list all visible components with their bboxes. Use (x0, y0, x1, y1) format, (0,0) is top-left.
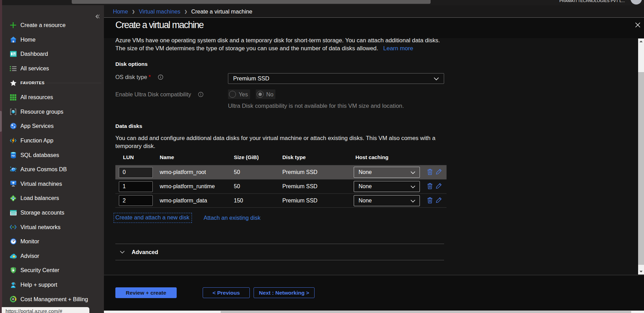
breadcrumb-virtual-machines[interactable]: Virtual machines (139, 8, 180, 15)
next-networking-button[interactable]: Next : Networking > (254, 287, 315, 298)
radio-label: Yes (239, 91, 248, 98)
scroll-down-icon[interactable] (638, 269, 644, 275)
lun-cell (115, 195, 160, 206)
sidebar-item-label: Security Center (20, 267, 59, 273)
disk-type-cell: Premium SSD (282, 183, 354, 190)
previous-button[interactable]: < Previous (203, 287, 250, 298)
home-icon (10, 36, 17, 43)
top-bar: PRAMATI TECHNOLOGIES PVT L... (0, 0, 644, 5)
host-caching-select[interactable]: None (354, 167, 420, 178)
sidebar-item-virtual-machines[interactable]: Virtual machines (2, 177, 104, 191)
ultra-disk-note: Ultra Disk compatibility is not availabl… (228, 103, 404, 110)
edge-scroll-thumb[interactable] (0, 111, 2, 132)
sidebar-item-load-balancers[interactable]: Load balancers (2, 191, 104, 206)
sidebar-item-help-support[interactable]: Help + support (2, 278, 104, 292)
sidebar-item-all-resources[interactable]: All resources (2, 90, 104, 105)
ultra-disk-radio-yes[interactable]: Yes (228, 89, 250, 99)
edit-disk-icon[interactable] (435, 169, 442, 176)
sidebar-item-azure-cosmos-db[interactable]: Azure Cosmos DB (2, 162, 104, 177)
planet-icon (10, 166, 17, 173)
storage-icon (10, 209, 17, 216)
browser-edge-strip (0, 0, 2, 313)
create-attach-disk-link[interactable]: Create and attach a new disk (114, 213, 192, 223)
host-caching-select[interactable]: None (354, 181, 420, 192)
attach-existing-disk-link[interactable]: Attach an existing disk (204, 215, 261, 221)
sidebar-item-all-services[interactable]: All services (2, 61, 104, 76)
delete-disk-icon[interactable] (426, 197, 433, 204)
delete-disk-icon[interactable] (426, 169, 433, 176)
sql-database-icon: SQL (10, 151, 17, 158)
row-actions (426, 197, 442, 204)
os-disk-type-select[interactable]: Premium SSD (228, 73, 444, 84)
disk-type-cell: Premium SSD (282, 198, 354, 204)
horizontal-scrollbar[interactable] (104, 311, 644, 313)
sidebar-item-resource-groups[interactable]: Resource groups (2, 105, 104, 119)
intro-line2: The size of the VM determines the type o… (115, 45, 378, 52)
sidebar-item-sql-databases[interactable]: SQL SQL databases (2, 148, 104, 162)
lun-input[interactable] (119, 181, 153, 192)
disk-links: Create and attach a new disk Attach an e… (115, 213, 261, 223)
sidebar-item-label: Home (20, 36, 35, 43)
lun-input[interactable] (119, 167, 153, 178)
sidebar-section-label: FAVORITES (20, 81, 45, 85)
chevron-down-icon (434, 75, 439, 82)
svg-text:$: $ (12, 298, 14, 300)
ultra-disk-label-text: Enable Ultra Disk compatibility (115, 91, 191, 97)
ultra-disk-radio-no[interactable]: No (256, 89, 276, 99)
sidebar-item-home[interactable]: Home (2, 33, 104, 47)
breadcrumb: Home ❯ Virtual machines ❯ Create a virtu… (113, 5, 252, 18)
globe-icon (10, 123, 17, 130)
learn-more-link[interactable]: Learn more (383, 45, 413, 52)
delete-disk-icon[interactable] (426, 183, 433, 190)
sidebar-item-storage-accounts[interactable]: Storage accounts (2, 206, 104, 220)
sidebar-item-function-app[interactable]: Function App (2, 133, 104, 148)
advanced-section-toggle[interactable]: Advanced (115, 244, 444, 260)
gauge-icon (10, 238, 17, 245)
info-icon[interactable] (158, 75, 163, 81)
avatar[interactable] (630, 0, 642, 5)
edit-disk-icon[interactable] (435, 197, 442, 204)
sidebar-item-virtual-networks[interactable]: Virtual networks (2, 220, 104, 234)
breadcrumb-separator-icon: ❯ (132, 9, 135, 14)
col-header-lun: LUN (115, 154, 160, 160)
network-icon (10, 224, 17, 231)
lun-cell (115, 167, 160, 178)
sidebar-item-security-center[interactable]: Security Center (2, 263, 104, 278)
vertical-scrollbar[interactable] (638, 38, 644, 275)
disk-name-cell: wmo-platform_data (160, 198, 234, 204)
vertical-scroll-thumb[interactable] (638, 72, 644, 265)
scroll-up-icon[interactable] (638, 38, 644, 44)
global-search-bar[interactable] (72, 0, 431, 4)
intro-paragraph: Azure VMs have one operating system disk… (115, 38, 462, 52)
scroll-left-icon[interactable] (106, 311, 108, 313)
lun-input[interactable] (119, 195, 153, 206)
sidebar-item-label: SQL databases (20, 152, 59, 158)
sidebar-item-label: Storage accounts (20, 209, 64, 216)
sidebar-item-app-services[interactable]: App Services (2, 119, 104, 133)
close-blade-button[interactable] (635, 22, 641, 28)
breadcrumb-home[interactable]: Home (113, 8, 128, 15)
sidebar-item-label: Create a resource (20, 22, 65, 28)
sidebar-item-dashboard[interactable]: Dashboard (2, 47, 104, 61)
list-icon (10, 65, 17, 72)
radio-unselected-icon (229, 91, 236, 98)
chevron-down-icon (411, 183, 415, 190)
main-area: Home ❯ Virtual machines ❯ Create a virtu… (104, 5, 644, 313)
sidebar-item-advisor[interactable]: Advisor (2, 249, 104, 263)
disk-size-cell: 50 (234, 183, 282, 190)
review-create-button[interactable]: Review + create (115, 287, 177, 298)
dashboard-icon (10, 51, 17, 58)
blade-content: Azure VMs have one operating system disk… (104, 38, 638, 275)
sidebar-item-cost-management[interactable]: $ Cost Management + Billing (2, 292, 104, 306)
sidebar-item-monitor[interactable]: Monitor (2, 234, 104, 249)
breadcrumb-bar: Home ❯ Virtual machines ❯ Create a virtu… (104, 5, 644, 18)
lightning-icon (10, 137, 17, 144)
info-icon[interactable] (198, 92, 203, 98)
sidebar-item-label: Help + support (20, 281, 57, 288)
horizontal-scroll-thumb[interactable] (221, 311, 631, 313)
edit-disk-icon[interactable] (435, 183, 442, 190)
disk-name-cell: wmo-platform_runtime (160, 183, 234, 190)
sidebar-item-create-a-resource[interactable]: Create a resource (2, 18, 104, 33)
table-header-row: LUN Name Size (GiB) Disk type Host cachi… (115, 151, 447, 165)
host-caching-select[interactable]: None (354, 195, 420, 206)
